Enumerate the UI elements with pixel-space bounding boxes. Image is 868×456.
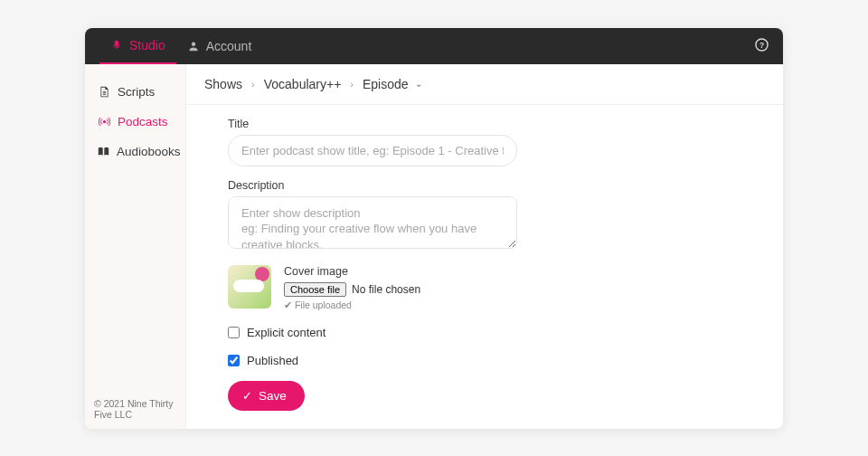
tab-account[interactable]: Account (176, 28, 263, 64)
tab-label: Account (206, 39, 252, 53)
title-field: Title (228, 118, 741, 166)
cover-label: Cover image (284, 265, 420, 278)
sidebar-item-audiobooks[interactable]: Audiobooks (85, 137, 185, 166)
document-icon (98, 85, 110, 98)
published-checkbox[interactable] (228, 353, 240, 368)
save-label: Save (259, 389, 287, 403)
tab-label: Studio (129, 38, 165, 52)
sidebar-item-scripts[interactable]: Scripts (85, 77, 185, 107)
chevron-right-icon: › (350, 79, 354, 90)
save-button[interactable]: ✓ Save (228, 381, 305, 411)
breadcrumb-item[interactable]: Shows (204, 77, 242, 91)
explicit-label: Explicit content (247, 326, 326, 339)
title-label: Title (228, 118, 741, 130)
description-label: Description (228, 179, 741, 192)
breadcrumb-item[interactable]: Episode (363, 77, 409, 91)
microphone-icon (110, 39, 123, 52)
explicit-checkbox[interactable] (228, 325, 240, 340)
choose-file-button[interactable]: Choose file (284, 282, 346, 297)
user-icon (187, 40, 200, 52)
sidebar-item-podcasts[interactable]: Podcasts (85, 107, 185, 137)
svg-text:?: ? (760, 40, 764, 49)
sidebar-item-label: Podcasts (118, 115, 168, 128)
tab-studio[interactable]: Studio (99, 28, 176, 64)
top-nav: Studio Account ? (85, 28, 783, 64)
main-content: Shows › Vocabulary++ › Episode ⌄ Title D… (186, 64, 783, 429)
svg-point-2 (102, 119, 105, 122)
check-icon: ✓ (242, 389, 252, 403)
chevron-down-icon[interactable]: ⌄ (415, 79, 422, 89)
body: Scripts Podcasts Audiobooks © 2021 Nine … (85, 64, 783, 429)
breadcrumb-item[interactable]: Vocabulary++ (264, 77, 342, 91)
broadcast-icon (98, 115, 110, 128)
sidebar-item-label: Audiobooks (117, 145, 181, 158)
description-field: Description (228, 179, 741, 252)
copyright-footer: © 2021 Nine Thirty Five LLC (85, 389, 185, 429)
chevron-right-icon: › (251, 79, 255, 90)
no-file-text: No file chosen (352, 283, 420, 296)
breadcrumb: Shows › Vocabulary++ › Episode ⌄ (186, 64, 783, 105)
file-uploaded-status: ✔ File uploaded (284, 299, 420, 310)
cover-thumbnail (228, 265, 271, 309)
published-label: Published (247, 354, 298, 367)
sidebar-item-label: Scripts (118, 85, 155, 99)
app-window: Studio Account ? Scripts Podcast (85, 28, 783, 429)
book-icon (98, 145, 109, 157)
sidebar: Scripts Podcasts Audiobooks © 2021 Nine … (85, 64, 186, 429)
cover-image-field: Cover image Choose file No file chosen ✔… (228, 265, 741, 310)
title-input[interactable] (228, 135, 517, 166)
help-icon[interactable]: ? (755, 38, 769, 54)
episode-form: Title Description Cover image Choose fil… (186, 105, 783, 429)
published-field[interactable]: Published (228, 353, 741, 368)
description-input[interactable] (228, 196, 517, 249)
explicit-field[interactable]: Explicit content (228, 325, 741, 340)
